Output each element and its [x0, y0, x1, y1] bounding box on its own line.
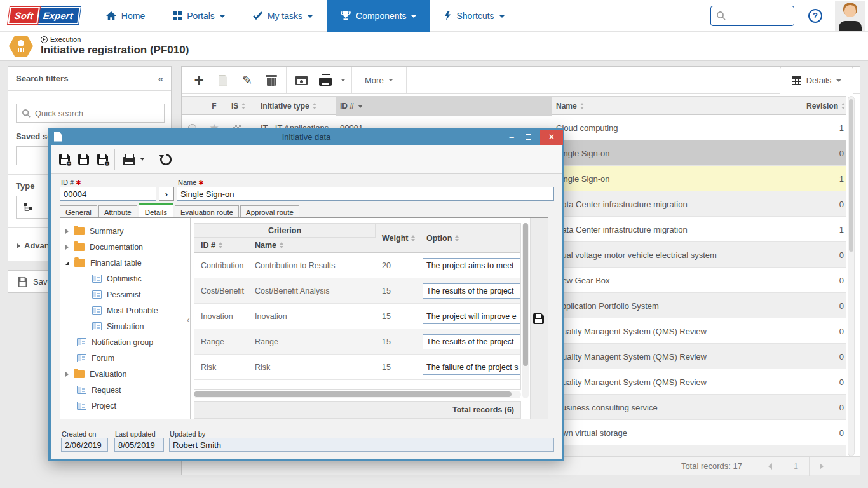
option-input[interactable] [423, 258, 521, 273]
page-title: Initiative registration (PF010) [41, 44, 189, 57]
form-icon [92, 322, 102, 330]
chevron-down-icon [836, 79, 841, 82]
page-header-text: Execution Initiative registration (PF010… [41, 36, 189, 57]
grid-hscrollbar[interactable] [194, 391, 521, 398]
scrollbar-thumb[interactable] [194, 391, 512, 397]
prev-page-button[interactable] [757, 457, 782, 476]
global-search-box[interactable] [710, 6, 794, 26]
quick-search-input[interactable] [35, 109, 149, 118]
column-option[interactable]: Option [420, 224, 521, 253]
expander-collapsed-icon[interactable] [65, 245, 69, 250]
expander-expanded-icon[interactable] [65, 261, 69, 265]
results-scrollbar[interactable] [848, 96, 855, 456]
id-lookup-button[interactable]: › [159, 187, 174, 201]
minimize-button[interactable]: – [503, 132, 520, 142]
option-input[interactable] [423, 309, 521, 324]
expander-collapsed-icon[interactable] [65, 229, 69, 234]
tree-item[interactable]: Forum [77, 350, 114, 366]
scrollbar-thumb[interactable] [523, 223, 528, 366]
view-button[interactable] [289, 67, 313, 93]
name-cell: Quality Managent System (QMS) Review [552, 318, 794, 344]
column-name[interactable]: Name [552, 97, 794, 116]
option-input[interactable] [423, 334, 521, 349]
criteria-row[interactable]: ContributionContribution to Results20 [194, 253, 521, 278]
tree-item[interactable]: Notification group [77, 334, 153, 350]
next-page-button[interactable] [809, 457, 834, 476]
delete-button[interactable] [259, 67, 283, 93]
bulb-grill [18, 48, 24, 52]
tree-item[interactable]: Simulation [92, 318, 144, 334]
scrollbar-thumb[interactable] [849, 99, 853, 252]
details-view-button[interactable]: Details [780, 66, 853, 94]
save-and-new-button[interactable]: + [59, 154, 70, 165]
save-button[interactable] [78, 154, 89, 165]
page-number: 1 [794, 462, 798, 471]
column-weight[interactable]: Weight [376, 224, 420, 253]
nav-item-shortcuts[interactable]: Shortcuts [430, 0, 518, 32]
maximize-button[interactable] [520, 132, 536, 142]
save-and-close-button[interactable]: x [97, 154, 108, 165]
option-input[interactable] [423, 360, 521, 375]
help-glyph: ? [813, 11, 818, 20]
collapse-sidebar-icon[interactable]: « [158, 73, 163, 84]
edit-button[interactable]: ✎ [235, 67, 259, 93]
nav-item-components[interactable]: Components [327, 0, 430, 32]
criterion-name-cell: Inovation [248, 304, 376, 329]
help-icon[interactable]: ? [808, 9, 822, 23]
refresh-button[interactable] [159, 152, 173, 166]
tree-item[interactable]: Request [77, 382, 121, 398]
dialog-print-menu[interactable] [140, 158, 144, 161]
global-search-input[interactable] [726, 11, 790, 20]
name-input[interactable] [177, 187, 554, 201]
criteria-row[interactable]: RiskRisk15 [194, 355, 521, 380]
grid-vscrollbar[interactable] [522, 223, 529, 398]
more-button[interactable]: More [355, 67, 403, 93]
dialog-print-button[interactable] [123, 154, 135, 165]
add-button[interactable]: + [187, 67, 211, 93]
column-select [182, 97, 202, 116]
revision-cell: 1 [794, 166, 846, 191]
option-cell [423, 355, 521, 380]
quick-search-box[interactable] [16, 104, 165, 123]
column-id-sorted[interactable]: ID # [336, 97, 552, 116]
tree-item[interactable]: Pessimist [92, 287, 140, 302]
tree-item[interactable]: Optimistic [92, 271, 142, 287]
dialog-titlebar[interactable]: Initiative data – ✕ [48, 128, 564, 145]
tree-item[interactable]: Most Probable [92, 302, 158, 318]
current-page[interactable]: 1 [783, 457, 808, 476]
tree-item[interactable]: Summary [65, 223, 123, 239]
tree-item[interactable]: Financial table [65, 255, 142, 271]
column-revision[interactable]: Revision [794, 97, 846, 116]
option-input[interactable] [423, 283, 521, 299]
column-criterion-id[interactable]: ID # [194, 238, 248, 253]
criteria-row[interactable]: Cost/BenefitCost/Benefit Analysis15 [194, 278, 521, 304]
close-button[interactable]: ✕ [540, 130, 563, 145]
column-is[interactable]: IS [226, 97, 257, 116]
nav-item-home[interactable]: Home [92, 0, 159, 32]
criteria-row[interactable]: InovationInovation15 [194, 304, 521, 329]
column-favorite[interactable]: F [202, 97, 226, 116]
copy-button-disabled[interactable] [211, 67, 235, 93]
nav-item-my-tasks[interactable]: My tasks [239, 0, 327, 32]
user-avatar[interactable] [835, 1, 865, 31]
plus-badge: + [66, 161, 72, 166]
print-menu-button[interactable] [337, 67, 349, 93]
criterion-name-cell: Contribution to Results [248, 253, 376, 278]
column-criterion-name[interactable]: Name [248, 238, 376, 253]
print-button[interactable] [313, 67, 337, 93]
column-initiative-type[interactable]: Initiative type [257, 97, 336, 116]
tree-item[interactable]: Project [77, 398, 116, 414]
criteria-row[interactable]: RangeRange15 [194, 329, 521, 355]
tree-collapse-handle[interactable]: ‹ [187, 315, 190, 325]
softexpert-logo[interactable]: Soft Expert [9, 7, 79, 24]
tree-item[interactable]: Documentation [65, 239, 143, 255]
search-filters-header: Search filters « [8, 67, 171, 91]
column-label: Name [556, 102, 577, 111]
nav-item-portals[interactable]: Portals [159, 0, 239, 32]
expander-collapsed-icon[interactable] [65, 372, 69, 377]
search-icon [22, 109, 31, 118]
tree-item[interactable]: Evaluation [65, 366, 126, 382]
grid-save-button[interactable] [533, 313, 544, 327]
id-input[interactable] [60, 187, 156, 201]
revision-cell: 0 [794, 268, 846, 293]
